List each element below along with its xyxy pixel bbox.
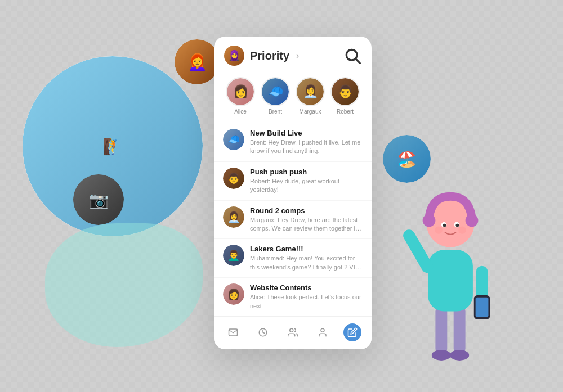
header-left: 🧕 Priority › — [224, 46, 299, 66]
msg-content-1: Push push push Robert: Hey dude, great w… — [250, 168, 363, 195]
svg-point-15 — [423, 214, 436, 227]
msg-preview-3: Muhammad: Hey man! You excited for this … — [250, 254, 363, 272]
msg-content-2: Round 2 comps Margaux: Hey Drew, here ar… — [250, 206, 363, 233]
svg-point-20 — [456, 224, 459, 227]
phone-card: 🧕 Priority › 👩 Alice 🧢 Brent — [214, 37, 372, 349]
story-name-robert: Robert — [337, 109, 354, 115]
msg-title-2: Round 2 comps — [250, 206, 363, 215]
svg-point-16 — [466, 214, 479, 227]
nav-inbox[interactable] — [224, 323, 242, 341]
msg-content-0: New Build Live Brent: Hey Drew, I pushed… — [250, 129, 363, 156]
bottom-nav — [214, 316, 372, 349]
story-margaux[interactable]: 👩‍💼 Margaux — [296, 77, 325, 115]
msg-title-3: Lakers Game!!! — [250, 245, 363, 253]
svg-rect-9 — [428, 250, 473, 311]
message-item-1[interactable]: 👨 Push push push Robert: Hey dude, great… — [214, 161, 372, 200]
svg-point-21 — [435, 226, 442, 233]
msg-title-0: New Build Live — [250, 129, 363, 137]
nav-groups[interactable] — [284, 323, 302, 341]
msg-avatar-0: 🧢 — [223, 129, 244, 150]
message-item-3[interactable]: 👨‍🦱 Lakers Game!!! Muhammad: Hey man! Yo… — [214, 238, 372, 277]
nav-clock[interactable] — [254, 323, 272, 341]
msg-title-4: Website Contents — [250, 283, 363, 292]
msg-avatar-1: 👨 — [223, 168, 244, 189]
story-row: 👩 Alice 🧢 Brent 👩‍💼 Margaux 👨 Robert — [214, 73, 372, 123]
story-robert[interactable]: 👨 Robert — [330, 77, 360, 115]
bg-circle-top: 👩‍🦰 — [175, 39, 220, 84]
msg-preview-1: Robert: Hey dude, great workout yesterda… — [250, 177, 363, 195]
message-list: 🧢 New Build Live Brent: Hey Drew, I push… — [214, 123, 372, 316]
story-name-alice: Alice — [234, 109, 247, 115]
nav-compose[interactable] — [343, 323, 361, 341]
card-header: 🧕 Priority › — [214, 37, 372, 73]
msg-preview-0: Brent: Hey Drew, I pushed it live. Let m… — [250, 138, 363, 156]
story-name-margaux: Margaux — [300, 109, 321, 115]
svg-rect-5 — [435, 306, 447, 354]
svg-point-4 — [321, 328, 324, 332]
user-avatar: 🧕 — [224, 46, 244, 66]
svg-point-22 — [458, 226, 466, 233]
msg-avatar-2: 👩‍💼 — [223, 206, 244, 228]
svg-rect-6 — [454, 306, 466, 354]
svg-point-19 — [443, 224, 446, 227]
msg-title-1: Push push push — [250, 168, 363, 176]
avatar-alice: 👩 — [226, 77, 255, 106]
bg-avatar-camera: 📷 — [73, 174, 124, 225]
svg-line-1 — [356, 59, 360, 63]
bg-blob — [45, 223, 203, 347]
svg-point-7 — [432, 350, 451, 361]
message-item-0[interactable]: 🧢 New Build Live Brent: Hey Drew, I push… — [214, 123, 372, 161]
svg-point-8 — [450, 350, 469, 361]
chevron-icon: › — [296, 51, 299, 61]
svg-rect-13 — [476, 298, 489, 317]
msg-avatar-3: 👨‍🦱 — [223, 245, 244, 266]
nav-contacts[interactable] — [314, 323, 332, 341]
msg-avatar-4: 👩 — [223, 283, 244, 305]
msg-content-4: Website Contents Alice: These look perfe… — [250, 283, 363, 310]
bg-circle-left: 📷 — [73, 174, 124, 225]
character-illustration — [394, 167, 507, 381]
story-alice[interactable]: 👩 Alice — [226, 77, 255, 115]
story-brent[interactable]: 🧢 Brent — [261, 77, 290, 115]
bg-avatar-redhead: 👩‍🦰 — [175, 39, 220, 84]
message-item-2[interactable]: 👩‍💼 Round 2 comps Margaux: Hey Drew, her… — [214, 200, 372, 239]
priority-title: Priority — [250, 49, 289, 62]
msg-preview-2: Margaux: Hey Drew, here are the latest c… — [250, 216, 363, 233]
svg-point-3 — [290, 328, 293, 332]
avatar-robert: 👨 — [330, 77, 360, 106]
avatar-margaux: 👩‍💼 — [296, 77, 325, 106]
avatar-brent: 🧢 — [261, 77, 290, 106]
msg-preview-4: Alice: These look perfect. Let's focus o… — [250, 293, 363, 310]
user-avatar-img: 🧕 — [224, 46, 244, 66]
search-button[interactable] — [343, 47, 361, 65]
story-name-brent: Brent — [269, 109, 282, 115]
message-item-4[interactable]: 👩 Website Contents Alice: These look per… — [214, 277, 372, 316]
msg-content-3: Lakers Game!!! Muhammad: Hey man! You ex… — [250, 245, 363, 272]
